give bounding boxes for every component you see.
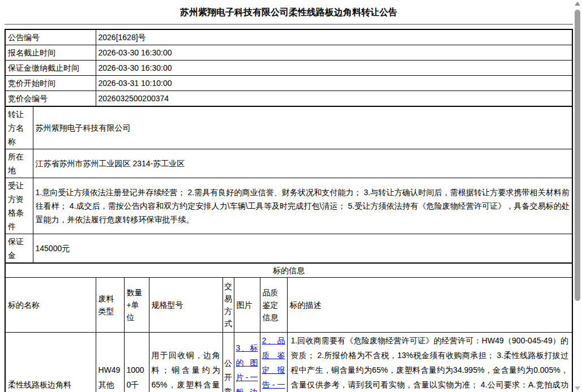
subject-image-link[interactable]: 3、标的图片-一般边角料.png [236,343,258,392]
row-label: 竞价开始时间 [5,76,96,91]
column-header-row: 标的名称 废料类型 数量+单位 规格型号 交易方式 图片 品质鉴定信息 标的描述 [5,278,572,333]
row-label: 转让方名称 [5,106,33,149]
table-row: 受让方资格条件 1.意向受让方须依法注册登记并存续经营； 2.需具有良好的商业信… [5,178,572,234]
row-value: 2026032500200374 [96,91,572,107]
column-header-quality: 品质鉴定信息 [260,278,287,333]
announcement-page: 苏州紫翔电子科技有限公司柔性线路板边角料转让公告 公告编号 2026[1628]… [5,0,573,392]
table-row: 所在地 江苏省苏州市苏州工业园区 2314-苏工业区 [5,149,572,178]
subject-info-table: 标的信息 标的名称 废料类型 数量+单位 规格型号 交易方式 图片 品质鉴定信息… [5,262,573,392]
table-row: 竞价会编号 2026032500200374 [5,91,572,107]
subject-description: 1.回收商需要有《危险废物经营许可证》的经营许可：HW49（900-045-49… [287,333,572,392]
transferor-table: 转让方名称 苏州紫翔电子科技有限公司 所在地 江苏省苏州市苏州工业园区 2314… [5,106,573,264]
subject-waste-type: HW49其他废物 [96,333,124,392]
table-row: 保证金 145000元 [5,234,572,264]
row-label: 保证金缴纳截止时间 [5,61,96,76]
subject-spec: 用于回收铜，边角料；铜含量约为65%，废塑料含量约为34.995%，金含量约为0… [149,333,222,392]
row-value: 145000元 [33,234,572,264]
subject-quality-cell: 2、品质鉴定报告-一般边角料.pdf [260,333,287,392]
column-header-image: 图片 [234,278,260,333]
scrollbar-thumb[interactable] [575,10,580,301]
subject-quality-report-link[interactable]: 2、品质鉴定报告-一般边角料.pdf [262,336,285,392]
column-header-name: 标的名称 [5,278,96,333]
title-divider [5,24,573,25]
subject-name: 柔性线路板边角料 [5,333,96,392]
section-header-row: 标的信息 [5,263,572,278]
column-header-trade-mode: 交易方式 [222,278,234,333]
row-value: 2026-03-30 16:30:00 [96,61,572,76]
row-value: 2026-03-30 16:30:00 [96,45,572,61]
vertical-scrollbar[interactable] [573,0,582,392]
row-value: 1.意向受让方须依法注册登记并存续经营； 2.需具有良好的商业信誉、财务状况和支… [33,178,572,234]
row-value: 2026-03-31 10:10:00 [96,76,572,91]
row-label: 所在地 [5,149,33,178]
row-value: 2026[1628]号 [96,29,572,45]
row-label: 报名截止时间 [5,45,96,61]
subject-trade-mode: 公开竞价 [222,333,234,392]
table-row: 保证金缴纳截止时间 2026-03-30 16:30:00 [5,61,572,76]
row-label: 受让方资格条件 [5,178,33,234]
scroll-up-icon[interactable] [575,2,580,6]
subject-image-cell: 3、标的图片-一般边角料.png [234,333,260,392]
column-header-spec: 规格型号 [149,278,222,333]
table-row: 报名截止时间 2026-03-30 16:30:00 [5,45,572,61]
table-row: 公告编号 2026[1628]号 [5,29,572,45]
table-row: 竞价开始时间 2026-03-31 10:10:00 [5,76,572,91]
row-label: 保证金 [5,234,33,264]
subject-quantity: 10000千克 [124,333,149,392]
column-header-waste-type: 废料类型 [96,278,124,333]
scroll-down-icon[interactable] [575,386,580,390]
row-value: 苏州紫翔电子科技有限公司 [33,106,572,149]
announcement-meta-table: 公告编号 2026[1628]号 报名截止时间 2026-03-30 16:30… [5,29,573,107]
row-value: 江苏省苏州市苏州工业园区 2314-苏工业区 [33,149,572,178]
row-label: 竞价会编号 [5,91,96,107]
column-header-description: 标的描述 [287,278,572,333]
page-title: 苏州紫翔电子科技有限公司柔性线路板边角料转让公告 [5,7,573,18]
section-title: 标的信息 [5,263,572,278]
table-row: 转让方名称 苏州紫翔电子科技有限公司 [5,106,572,149]
row-label: 公告编号 [5,29,96,45]
column-header-quantity: 数量+单位 [124,278,149,333]
subject-data-row: 柔性线路板边角料 HW49其他废物 10000千克 用于回收铜，边角料；铜含量约… [5,333,572,392]
